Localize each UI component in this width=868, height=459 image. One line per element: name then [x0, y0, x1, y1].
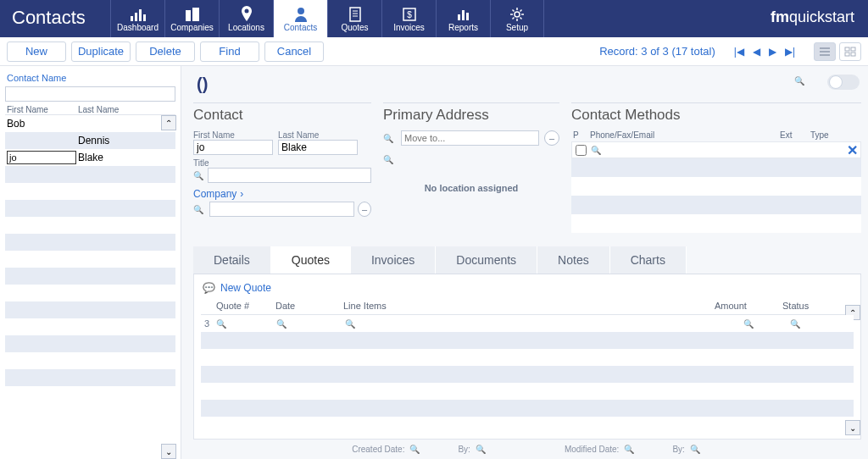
last-name-input[interactable]: [278, 140, 358, 155]
table-row[interactable]: 3 🔍 🔍 🔍 🔍 🔍: [201, 315, 854, 332]
search-icon[interactable]: 🔍: [383, 134, 393, 143]
nav-locations[interactable]: Locations: [219, 0, 273, 37]
list-view-button[interactable]: [814, 42, 836, 61]
svg-rect-1: [135, 13, 137, 21]
nav-label: Locations: [228, 23, 264, 32]
tab-quotes[interactable]: Quotes: [271, 246, 351, 274]
svg-text:$: $: [407, 10, 412, 19]
cancel-button[interactable]: Cancel: [264, 41, 324, 62]
panel-title: Contact: [193, 107, 371, 124]
tab-charts[interactable]: Charts: [610, 246, 687, 274]
tab-documents[interactable]: Documents: [436, 246, 537, 274]
svg-point-7: [298, 8, 304, 14]
contact-panel: Contact First Name Last Name Title 🔍 Com…: [193, 102, 371, 233]
next-record-icon[interactable]: ▶: [769, 46, 776, 58]
new-button[interactable]: New: [7, 41, 66, 62]
svg-rect-14: [458, 14, 460, 20]
svg-rect-2: [139, 9, 142, 21]
col-line-items: Line Items: [343, 301, 715, 311]
brand: fmquickstart: [757, 0, 868, 37]
remove-icon[interactable]: ✕: [843, 142, 860, 158]
col-status: Status: [782, 301, 842, 311]
search-icon[interactable]: 🔍: [743, 319, 754, 329]
nav-companies[interactable]: Companies: [164, 0, 219, 37]
svg-rect-16: [466, 13, 469, 20]
contact-display-name: (): [193, 71, 861, 102]
nav-reports[interactable]: Reports: [436, 0, 490, 37]
scroll-down-icon[interactable]: ⌄: [161, 444, 176, 459]
panel-title: Primary Address: [383, 107, 559, 124]
company-link[interactable]: Company›: [193, 188, 243, 200]
speech-bubble-icon: 💬: [203, 282, 215, 294]
page-title: Contacts: [0, 0, 110, 37]
search-icon[interactable]: 🔍: [193, 205, 203, 214]
grid-view-button[interactable]: [839, 42, 861, 61]
company-input[interactable]: [209, 202, 354, 217]
first-record-icon[interactable]: |◀: [734, 46, 744, 58]
search-icon[interactable]: 🔍: [794, 76, 804, 86]
svg-rect-8: [350, 8, 360, 21]
find-button[interactable]: Find: [200, 41, 259, 62]
top-nav: Contacts Dashboard Companies Locations C…: [0, 0, 868, 37]
invoice-icon: $: [402, 6, 417, 23]
nav-label: Dashboard: [117, 23, 159, 32]
duplicate-button[interactable]: Duplicate: [71, 41, 131, 62]
search-icon[interactable]: 🔍: [591, 146, 601, 155]
svg-rect-3: [143, 14, 146, 21]
search-icon[interactable]: 🔍: [276, 319, 287, 329]
nav-label: Contacts: [284, 23, 317, 32]
nav-contacts[interactable]: Contacts: [273, 0, 327, 37]
record-counter: Record: 3 of 3 (17 total): [599, 45, 715, 58]
panel-title: Contact Methods: [571, 107, 861, 124]
contact-method-row: 🔍 ✕: [571, 141, 861, 158]
svg-rect-5: [192, 8, 199, 21]
detail-pane: 🔍 () Contact First Name Last Name Title …: [181, 66, 868, 459]
search-icon[interactable]: 🔍: [476, 445, 486, 454]
minus-button[interactable]: –: [358, 202, 371, 217]
tab-bar: Details Quotes Invoices Documents Notes …: [193, 246, 861, 274]
nav-setup[interactable]: Setup: [490, 0, 544, 37]
scroll-up-icon[interactable]: ⌃: [161, 115, 176, 130]
search-icon[interactable]: 🔍: [216, 319, 226, 329]
list-row[interactable]: Dennis: [5, 132, 175, 149]
filter-label: Contact Name: [7, 73, 174, 83]
first-name-input[interactable]: [193, 140, 273, 155]
search-icon[interactable]: 🔍: [193, 171, 203, 180]
contact-methods-panel: Contact Methods P Phone/Fax/Email Ext Ty…: [571, 102, 861, 233]
last-record-icon[interactable]: ▶|: [785, 46, 795, 58]
tab-details[interactable]: Details: [193, 246, 271, 274]
search-icon[interactable]: 🔍: [624, 445, 634, 454]
title-input[interactable]: [208, 168, 371, 183]
nav-invoices[interactable]: $ Invoices: [381, 0, 436, 37]
minus-button[interactable]: –: [544, 130, 559, 146]
col-date: Date: [275, 301, 343, 311]
new-quote-button[interactable]: 💬 New Quote: [203, 282, 271, 294]
move-to-input[interactable]: [401, 130, 539, 146]
tab-invoices[interactable]: Invoices: [351, 246, 436, 274]
nav-dashboard[interactable]: Dashboard: [110, 0, 164, 37]
nav-label: Quotes: [341, 23, 368, 32]
delete-button[interactable]: Delete: [136, 41, 195, 62]
prev-record-icon[interactable]: ◀: [753, 46, 760, 58]
search-icon[interactable]: 🔍: [409, 445, 420, 454]
search-icon[interactable]: 🔍: [345, 319, 355, 329]
nav-quotes[interactable]: Quotes: [327, 0, 381, 37]
list-row[interactable]: Bob: [5, 115, 175, 132]
svg-rect-15: [462, 10, 465, 20]
nav-label: Invoices: [393, 23, 425, 32]
tab-notes[interactable]: Notes: [537, 246, 610, 274]
contact-name-filter[interactable]: [5, 86, 175, 102]
gear-icon: [509, 6, 525, 23]
col-first-name: First Name: [5, 105, 78, 114]
toggle-switch[interactable]: [827, 75, 860, 90]
first-name-inline-input[interactable]: [7, 151, 76, 164]
primary-checkbox[interactable]: [576, 145, 587, 156]
nav-label: Companies: [170, 23, 214, 32]
svg-rect-24: [851, 53, 855, 56]
nav-label: Setup: [506, 23, 528, 32]
search-icon[interactable]: 🔍: [790, 319, 800, 329]
list-row[interactable]: Blake: [5, 149, 175, 166]
search-icon[interactable]: 🔍: [690, 445, 700, 454]
search-icon[interactable]: 🔍: [383, 155, 393, 164]
scroll-down-icon[interactable]: ⌄: [845, 420, 860, 435]
